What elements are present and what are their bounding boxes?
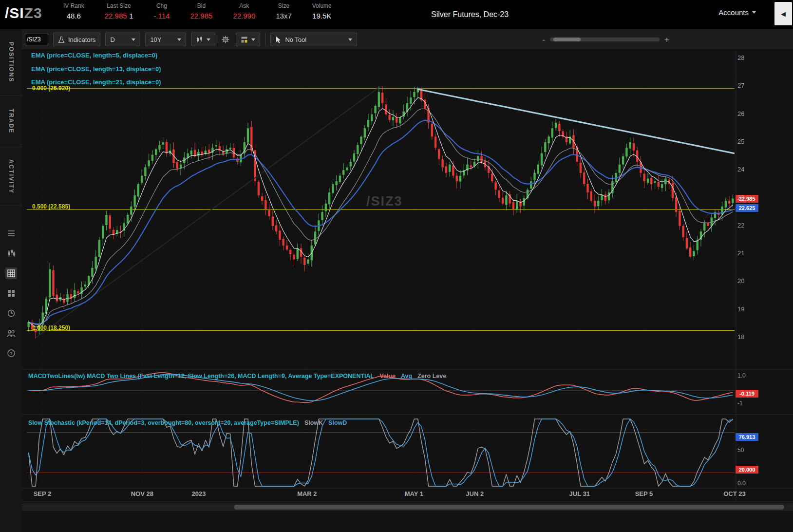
collapse-arrow-icon: ◀: [781, 10, 786, 18]
trading-platform-window: /SIZ3 IV Rank48.6Last Size22.9851Chg-.11…: [0, 0, 793, 532]
sidebar-tab-activity[interactable]: ACTIVITY: [0, 147, 22, 206]
sidebar-tab-trade[interactable]: TRADE: [0, 95, 22, 147]
quote-field-iv-rank: IV Rank48.6: [63, 2, 84, 20]
layout-dropdown[interactable]: [236, 33, 260, 46]
chevron-down-icon: [177, 38, 181, 41]
collapse-panel-button[interactable]: ◀: [774, 2, 792, 25]
chevron-down-icon: [207, 38, 210, 41]
people-icon[interactable]: [5, 327, 17, 339]
quote-field-value: 48.6: [67, 12, 81, 20]
quote-field-value: 22.9851: [105, 12, 133, 20]
tool-value: No Tool: [285, 36, 306, 43]
gear-icon: [221, 35, 230, 44]
range-value: 10Y: [150, 36, 161, 43]
quote-field-chg: Chg-.114: [153, 2, 170, 20]
scrollbar-thumb[interactable]: [234, 505, 784, 510]
zoom-in-button[interactable]: +: [664, 36, 669, 44]
grid-layout-icon: [241, 36, 248, 43]
quote-field-last-size: Last Size22.9851: [105, 2, 133, 20]
flask-icon: [58, 36, 65, 43]
quote-field-label: Chg: [156, 2, 167, 9]
chart-canvas[interactable]: [22, 29, 793, 532]
quote-field-label: IV Rank: [63, 2, 84, 9]
quote-field-volume: Volume19.5K: [312, 2, 332, 20]
top-header: /SIZ3 IV Rank48.6Last Size22.9851Chg-.11…: [0, 0, 793, 29]
quote-field-label: Last Size: [107, 2, 131, 9]
svg-text:?: ?: [10, 351, 13, 356]
chart-toolbar: Indicators D 10Y: [22, 29, 793, 50]
timeframe-dropdown[interactable]: D: [105, 33, 140, 46]
zoom-control: - +: [542, 36, 669, 44]
range-dropdown[interactable]: 10Y: [145, 33, 186, 46]
quote-field-label: Size: [278, 2, 289, 9]
quote-field-label: Volume: [312, 2, 332, 9]
zoom-out-button[interactable]: -: [542, 36, 545, 44]
zoom-slider-thumb[interactable]: [553, 38, 581, 41]
candlestick-style-icon: [196, 36, 203, 43]
quote-field-value: -.114: [153, 12, 170, 20]
toolbar-separator: [265, 33, 265, 46]
dashboard-icon[interactable]: [5, 287, 17, 299]
quote-field-value: 19.5K: [312, 12, 331, 20]
cursor-icon: [275, 36, 282, 43]
list-icon[interactable]: [5, 228, 17, 239]
indicators-label: Indicators: [68, 36, 95, 43]
quote-field-value: 22.990: [233, 12, 255, 20]
clock-icon[interactable]: [5, 307, 17, 319]
chevron-down-icon: [752, 11, 756, 14]
chevron-down-icon: [251, 38, 255, 41]
chart-candles-icon[interactable]: [5, 247, 17, 259]
accounts-dropdown[interactable]: Accounts: [718, 8, 756, 17]
symbol-suffix: Z3: [24, 5, 42, 21]
symbol-input[interactable]: [25, 34, 48, 45]
quote-fields: IV Rank48.6Last Size22.9851Chg-.114Bid22…: [63, 2, 332, 20]
indicators-button[interactable]: Indicators: [53, 33, 100, 46]
sidebar-tab-positions[interactable]: POSITIONS: [0, 29, 22, 95]
chart-gadget: Indicators D 10Y: [22, 29, 793, 532]
left-sidebar: POSITIONSTRADEACTIVITY ?: [0, 29, 22, 532]
chevron-down-icon: [132, 38, 135, 41]
chart-style-dropdown[interactable]: [191, 33, 215, 46]
zoom-slider[interactable]: [550, 38, 660, 41]
quote-field-label: Bid: [197, 2, 206, 9]
chart-settings-button[interactable]: [220, 33, 231, 46]
sidebar-tab-label: TRADE: [8, 109, 15, 133]
accounts-label: Accounts: [718, 8, 749, 17]
quote-field-value: 22.985: [190, 12, 212, 20]
quote-field-label: Ask: [239, 2, 249, 9]
quote-field-bid: Bid22.985: [190, 2, 212, 20]
drawing-tool-dropdown[interactable]: No Tool: [270, 33, 357, 46]
active-grid-chart-icon[interactable]: [5, 267, 17, 279]
sidebar-tab-label: POSITIONS: [8, 42, 15, 82]
quote-field-value: 13x7: [276, 12, 292, 20]
chart-horizontal-scrollbar[interactable]: [22, 503, 793, 511]
chevron-down-icon: [348, 38, 352, 41]
sidebar-tabs: POSITIONSTRADEACTIVITY: [0, 29, 22, 206]
contract-description: Silver Futures, Dec-23: [431, 10, 509, 19]
sidebar-tab-label: ACTIVITY: [8, 159, 15, 194]
quote-field-size: Size13x7: [276, 2, 292, 20]
quote-field-ask: Ask22.990: [233, 2, 255, 20]
help-icon[interactable]: ?: [5, 347, 17, 359]
quote-field-extra: 1: [130, 12, 133, 20]
symbol-prefix: /SI: [5, 5, 24, 21]
timeframe-value: D: [110, 36, 114, 43]
sidebar-icons: ?: [0, 222, 22, 359]
symbol-logo: /SIZ3: [5, 5, 42, 21]
